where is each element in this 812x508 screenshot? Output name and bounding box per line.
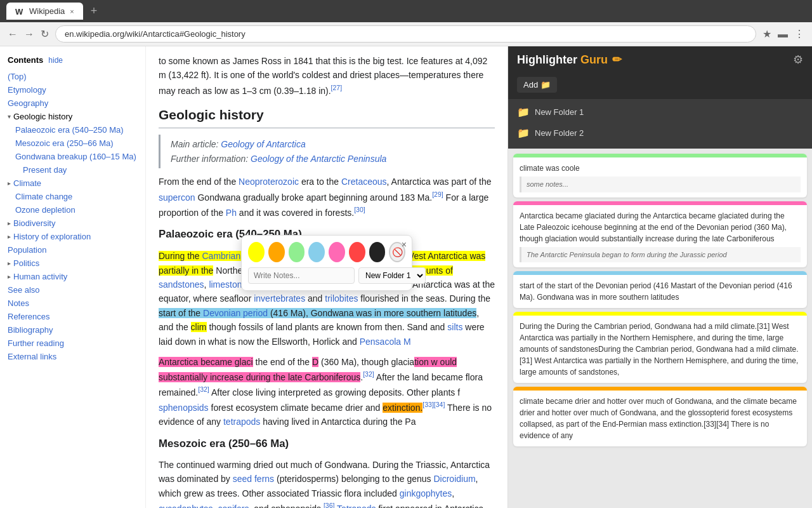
sidebar-item-ozone[interactable]: Ozone depletion: [0, 203, 145, 217]
phanerozoic-link[interactable]: Ph: [226, 207, 237, 217]
sidebar-item-present-day[interactable]: Present day: [0, 163, 145, 177]
cretaceous-link[interactable]: Cretaceous: [341, 177, 387, 187]
note-input-field[interactable]: [248, 267, 355, 284]
color-picker-close-button[interactable]: ×: [402, 239, 407, 250]
hl-climate-drier: extinction.: [383, 403, 422, 413]
sidebar-item-label: Biodiversity: [13, 218, 55, 228]
sidebar-item-geologic-history[interactable]: ▾ Geologic history: [0, 110, 145, 123]
sidebar-item-politics[interactable]: ▸ Politics: [0, 257, 145, 270]
sidebar-item-further-reading[interactable]: Further reading: [0, 337, 145, 350]
menu-icon[interactable]: ⋮: [794, 28, 804, 40]
supercontinent-link[interactable]: supercon: [159, 192, 195, 202]
highlight-card-1: climate was coole some notes...: [513, 154, 807, 197]
color-swatch-orange[interactable]: [268, 242, 285, 262]
new-tab-button[interactable]: +: [91, 4, 98, 18]
browser-tab[interactable]: W Wikipedia ×: [6, 3, 83, 20]
sidebar-item-mesozoic[interactable]: Mesozoic era (250–66 Ma): [0, 137, 145, 150]
highlight-text-5: climate became drier and hotter over muc…: [520, 397, 797, 440]
sidebar-item-gondwana[interactable]: Gondwana breakup (160–15 Ma): [0, 150, 145, 163]
sidebar-item-notes[interactable]: Notes: [0, 297, 145, 310]
color-swatch-row: 🚫: [248, 242, 405, 262]
highlight-card-3: start of the start of the Devonian perio…: [513, 271, 807, 308]
antarctica-glaciation-para: Antarctica became glaci the end of the D…: [159, 355, 495, 429]
tab-close-button[interactable]: ×: [70, 8, 74, 15]
bookmark-icon[interactable]: ★: [763, 28, 771, 40]
sidebar-item-label: Human activity: [13, 272, 67, 281]
forward-button[interactable]: →: [24, 29, 34, 40]
folder-select-dropdown[interactable]: New Folder 1 New Folder 2: [358, 267, 426, 284]
sidebar-item-etymology[interactable]: Etymology: [0, 83, 145, 97]
reload-button[interactable]: ↻: [41, 28, 49, 40]
sidebar-item-label: Climate: [13, 178, 41, 188]
browser-chrome: W Wikipedia × +: [0, 0, 812, 22]
highlight-text-2: Antarctica became glaciated during the A…: [520, 211, 787, 243]
hl-clim: clim: [191, 322, 207, 332]
extensions-icon[interactable]: ▬: [778, 29, 788, 40]
sidebar-item-label: Climate change: [15, 192, 72, 201]
highlight-body-1: climate was coole some notes...: [513, 157, 807, 197]
ginkgophytes-link[interactable]: ginkgophytes: [400, 488, 452, 498]
sidebar-item-label: External links: [8, 352, 56, 361]
sidebar-item-palaeozoic[interactable]: Palaeozoic era (540–250 Ma): [0, 123, 145, 137]
dicroidium-link[interactable]: Dicroidium: [433, 474, 475, 484]
sidebar-item-climate[interactable]: ▸ Climate: [0, 177, 145, 190]
add-label: Add: [523, 80, 538, 90]
seed-ferns-link[interactable]: seed ferns: [233, 474, 274, 484]
conifers-link[interactable]: conifers: [218, 504, 249, 508]
toggle-icon: ▸: [8, 260, 11, 267]
folder-item-2[interactable]: 📁 New Folder 2: [508, 123, 812, 144]
sidebar-item-climate-change[interactable]: Climate change: [0, 190, 145, 203]
tetrapods-link2[interactable]: tetrapods: [223, 417, 260, 427]
silts-link[interactable]: silts: [447, 322, 462, 332]
sidebar-item-population[interactable]: Population: [0, 243, 145, 257]
sidebar-item-human-activity[interactable]: ▸ Human activity: [0, 270, 145, 283]
color-swatch-pink[interactable]: [329, 242, 345, 262]
sidebar-item-biodiversity[interactable]: ▸ Biodiversity: [0, 217, 145, 230]
add-button[interactable]: Add 📁: [517, 77, 557, 93]
toc-header: Contents hide: [0, 53, 145, 70]
trilobites-link[interactable]: trilobites: [325, 293, 358, 304]
highlight-text-1: climate was coole: [520, 164, 580, 173]
invertebrates-link[interactable]: invertebrates: [254, 293, 305, 304]
folder-add-icon: 📁: [540, 80, 551, 90]
main-article-link[interactable]: Geology of Antarctica: [221, 139, 305, 149]
color-swatch-black[interactable]: [369, 242, 386, 262]
color-swatch-yellow[interactable]: [248, 242, 265, 262]
address-field[interactable]: en.wikipedia.org/wiki/Antarctica#Geologi…: [55, 25, 756, 43]
logo-text: Highlighter Guru ✏: [517, 53, 622, 67]
settings-icon[interactable]: ⚙: [793, 53, 803, 67]
article-intro-para: to some known as James Ross in 1841 that…: [159, 54, 495, 98]
neoproterozoic-link[interactable]: Neoproterozoic: [239, 177, 299, 187]
sidebar-item-external-links[interactable]: External links: [0, 350, 145, 363]
color-swatch-blue[interactable]: [308, 242, 325, 262]
highlight-card-2: Antarctica became glaciated during the A…: [513, 201, 807, 268]
note-text-1: some notes...: [527, 180, 568, 188]
sidebar-item-top[interactable]: (Top): [0, 70, 145, 83]
sidebar-item-geography[interactable]: Geography: [0, 97, 145, 110]
logo-highlighter: Highlighter: [517, 53, 577, 66]
sidebar-item-see-also[interactable]: See also: [0, 283, 145, 297]
sidebar-item-bibliography[interactable]: Bibliography: [0, 323, 145, 337]
folder-item-1[interactable]: 📁 New Folder 1: [508, 102, 812, 123]
sphenopsids-link2[interactable]: sphenopsids: [159, 403, 209, 413]
highlight-card-4: During the During the Cambrian period, G…: [513, 312, 807, 383]
cycadophytes-link[interactable]: cycadophytes: [159, 504, 213, 508]
color-swatch-green[interactable]: [289, 242, 305, 262]
tetrapods-link[interactable]: Tetrapods: [337, 504, 376, 508]
sidebar-item-history-exploration[interactable]: ▸ History of exploration: [0, 230, 145, 243]
hl-devonian-end: D: [312, 357, 318, 367]
devonian-period-link[interactable]: Devonian period: [203, 308, 268, 318]
back-button[interactable]: ←: [8, 29, 18, 40]
further-info-link[interactable]: Geology of the Antarctic Peninsula: [251, 154, 386, 164]
toc-hide-button[interactable]: hide: [48, 56, 63, 65]
sandstones-link[interactable]: sandstones: [159, 279, 204, 290]
sidebar-item-references[interactable]: References: [0, 310, 145, 323]
toggle-icon: ▸: [8, 233, 11, 240]
logo-guru: Guru: [580, 53, 608, 66]
color-picker-popup: × 🚫 New Folder 1 New Folder 2: [241, 235, 412, 291]
main-article-label: Main article:: [171, 139, 221, 149]
highlight-note-1: some notes...: [520, 177, 801, 192]
tab-title-text: Wikipedia: [29, 6, 65, 16]
color-swatch-red[interactable]: [349, 242, 365, 262]
pensacola-link[interactable]: Pensacola M: [360, 337, 411, 347]
